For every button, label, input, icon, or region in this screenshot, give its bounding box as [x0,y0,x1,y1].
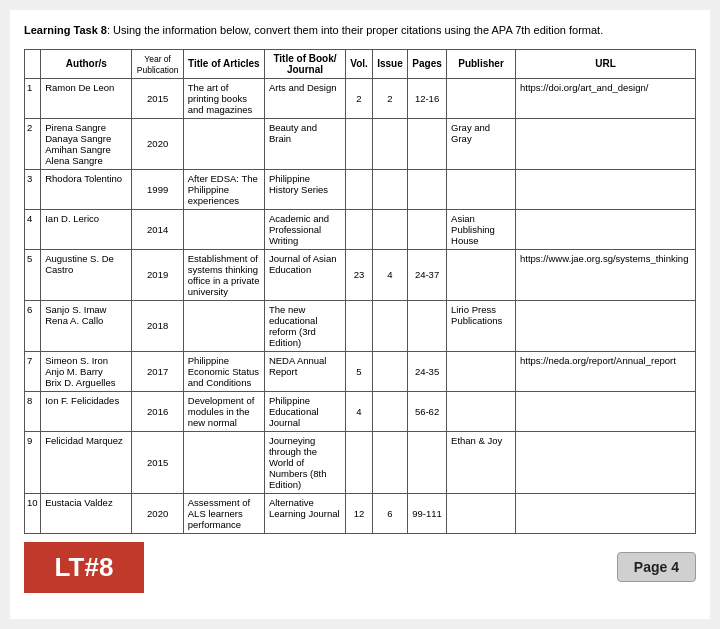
table-cell: 5 [25,249,41,300]
table-cell [346,209,373,249]
table-cell: Philippine Educational Journal [264,391,345,431]
table-cell: After EDSA: The Philippine experiences [183,169,264,209]
table-cell [346,431,373,493]
lt-badge: LT#8 [24,542,144,593]
table-cell: 4 [372,249,407,300]
table-cell: Ramon De Leon [41,78,132,118]
table-row: 2Pirena SangreDanaya SangreAmihan Sangre… [25,118,696,169]
table-cell: 24-37 [408,249,447,300]
table-cell: Asian Publishing House [447,209,516,249]
th-year: Year of Publication [132,49,183,78]
table-cell: Journal of Asian Education [264,249,345,300]
table-cell [183,118,264,169]
table-cell: 6 [25,300,41,351]
table-row: 10Eustacia Valdez2020Assessment of ALS l… [25,493,696,533]
table-cell: Philippine History Series [264,169,345,209]
table-cell: NEDA Annual Report [264,351,345,391]
page-container: Learning Task 8: Using the information b… [10,10,710,619]
table-cell: 1 [25,78,41,118]
table-cell [372,118,407,169]
th-pages: Pages [408,49,447,78]
table-cell [372,351,407,391]
table-cell: 2019 [132,249,183,300]
table-cell: 1999 [132,169,183,209]
table-cell [372,209,407,249]
th-title-book: Title of Book/ Journal [264,49,345,78]
page-badge: Page 4 [617,552,696,582]
table-cell: 23 [346,249,373,300]
th-url: URL [516,49,696,78]
table-cell: Journeying through the World of Numbers … [264,431,345,493]
table-cell: The art of printing books and magazines [183,78,264,118]
table-cell: 9 [25,431,41,493]
th-vol: Vol. [346,49,373,78]
footer: LT#8 Page 4 [24,542,696,593]
table-cell: Felicidad Marquez [41,431,132,493]
table-cell: 56-62 [408,391,447,431]
table-cell: Augustine S. De Castro [41,249,132,300]
table-cell [372,300,407,351]
table-cell: The new educational reform (3rd Edition) [264,300,345,351]
table-cell: https://neda.org/report/Annual_report [516,351,696,391]
table-cell [447,78,516,118]
table-cell: https://www.jae.org.sg/systems_thinking [516,249,696,300]
table-cell [372,391,407,431]
table-cell [516,391,696,431]
table-cell: 6 [372,493,407,533]
table-cell: 2 [346,78,373,118]
table-cell [408,118,447,169]
table-cell: 7 [25,351,41,391]
table-cell: Academic and Professional Writing [264,209,345,249]
table-cell: Ion F. Felicidades [41,391,132,431]
table-cell: 10 [25,493,41,533]
table-cell [372,169,407,209]
table-cell: 2 [25,118,41,169]
table-cell [346,300,373,351]
table-row: 3Rhodora Tolentino1999After EDSA: The Ph… [25,169,696,209]
table-cell: https://doi.org/art_and_design/ [516,78,696,118]
th-rownum [25,49,41,78]
table-cell: 4 [25,209,41,249]
table-cell: Simeon S. IronAnjo M. BarryBrix D. Argue… [41,351,132,391]
table-cell [408,300,447,351]
table-row: 4Ian D. Lerico2014Academic and Professio… [25,209,696,249]
table-cell [516,493,696,533]
table-cell [447,391,516,431]
table-cell: Gray and Gray [447,118,516,169]
table-row: 6Sanjo S. ImawRena A. Callo2018The new e… [25,300,696,351]
table-cell [447,351,516,391]
table-cell: 2018 [132,300,183,351]
table-cell: 8 [25,391,41,431]
table-cell: 4 [346,391,373,431]
table-cell [408,431,447,493]
table-cell [408,209,447,249]
table-cell: Rhodora Tolentino [41,169,132,209]
table-cell: 2015 [132,78,183,118]
table-cell [408,169,447,209]
table-cell: 2 [372,78,407,118]
table-cell: 5 [346,351,373,391]
th-publisher: Publisher [447,49,516,78]
table-cell: Assessment of ALS learners performance [183,493,264,533]
table-row: 8Ion F. Felicidades2016Development of mo… [25,391,696,431]
table-cell: Philippine Economic Status and Condition… [183,351,264,391]
table-cell: Beauty and Brain [264,118,345,169]
table-cell: 2015 [132,431,183,493]
th-title-articles: Title of Articles [183,49,264,78]
table-cell: Establishment of systems thinking office… [183,249,264,300]
table-cell [447,493,516,533]
table-cell [447,249,516,300]
table-cell: 99-111 [408,493,447,533]
table-cell: Development of modules in the new normal [183,391,264,431]
table-cell [183,431,264,493]
table-cell: Ian D. Lerico [41,209,132,249]
citations-table: Author/s Year of Publication Title of Ar… [24,49,696,534]
table-cell: 3 [25,169,41,209]
table-row: 9Felicidad Marquez2015Journeying through… [25,431,696,493]
table-cell: 2014 [132,209,183,249]
table-cell [516,169,696,209]
table-cell: Arts and Design [264,78,345,118]
task-label: Learning Task 8 [24,24,107,36]
table-cell: Alternative Learning Journal [264,493,345,533]
table-cell: Sanjo S. ImawRena A. Callo [41,300,132,351]
